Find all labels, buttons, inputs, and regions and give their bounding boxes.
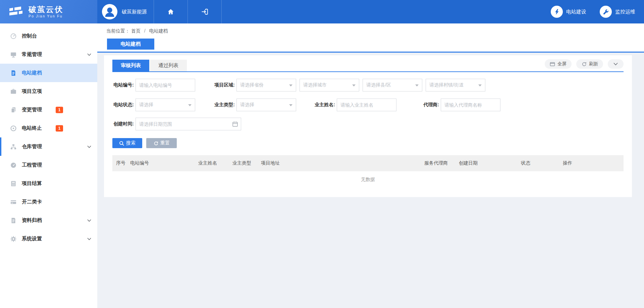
county-select-placeholder: 请选择县/区 [366,82,391,88]
file-icon [10,217,17,224]
module-station-build[interactable]: 电站建设 [551,6,586,18]
sidebar-item-label: 资料归档 [22,217,42,224]
sidebar-item-station-termination[interactable]: 电站终止 1 [0,119,97,137]
sidebar-item-label: 开二类卡 [22,199,42,205]
main-area: 当前位置： 首页 / 电站建档 电站建档 审核列表 通过列表 全屏 刷 [97,23,644,308]
sitemap-icon [10,143,17,150]
copy-icon [10,107,17,113]
owner-type-select[interactable]: 请选择 [236,99,296,111]
col-created-date: 创建日期 [459,160,521,166]
breadcrumb-bar: 当前位置： 首页 / 电站建档 电站建档 [97,23,644,53]
module-label: 监控运维 [615,9,635,15]
brand-mark-icon [9,6,24,18]
filter-row-2: 电站状态: 请选择 业主类型: 请选择 业主姓名: 代理商: [112,99,624,111]
fullscreen-label: 全屏 [557,61,567,67]
sidebar-item-warehouse-mgmt[interactable]: 仓库管理 [0,137,97,156]
owner-name-label: 业主姓名: [296,102,337,108]
sidebar-item-project-settlement[interactable]: 项目结算 [0,174,97,193]
filter-row-3: 创建时间: [112,118,624,130]
login-arrow-icon [201,8,208,15]
page-tab-station-filing[interactable]: 电站建档 [107,39,154,50]
town-select[interactable]: 请选择村镇/街道 [426,79,485,91]
fullscreen-icon [550,62,555,67]
gear-icon [10,236,17,242]
refresh-button[interactable]: 刷新 [576,59,603,69]
owner-type-placeholder: 请选择 [240,102,254,108]
sidebar-item-open-type2-card[interactable]: 开二类卡 [0,193,97,211]
user-name: 破茧新能源 [122,9,147,15]
col-actions: 操作 [563,160,624,166]
document-icon [10,70,17,76]
sidebar-item-station-filing[interactable]: 电站建档 [0,64,97,82]
station-no-label: 电站编号: [112,82,136,88]
province-select[interactable]: 请选择省份 [236,79,296,91]
sidebar-item-data-archive[interactable]: 资料归档 [0,211,97,230]
sidebar-item-label: 项目结算 [22,180,42,187]
sidebar-item-general-mgmt[interactable]: 常规管理 [0,45,97,64]
created-time-label: 创建时间: [112,121,136,127]
breadcrumb-home-link[interactable]: 首页 [131,28,141,34]
change-mgmt-badge: 1 [56,107,63,113]
sidebar-item-engineering-mgmt[interactable]: 工程管理 [0,156,97,174]
search-label: 搜索 [126,140,136,146]
user-avatar-icon [102,4,117,19]
breadcrumb-current: 电站建档 [149,28,168,34]
logout-button[interactable] [188,0,222,23]
filter-actions: 搜索 重置 [112,138,624,148]
filter-row-1: 电站编号: 项目区域: 请选择省份 请选择城市 请选择县/区 请选择村镇/街道 [112,79,624,91]
sidebar-item-label: 工程管理 [22,162,42,168]
collapse-toolbar-button[interactable] [608,59,624,69]
sidebar-item-label: 电站建档 [22,70,42,76]
sidebar-nav: 控制台 常规管理 电站建档 项目立项 变更管理 1 [0,23,97,308]
module-monitor-ops[interactable]: 监控运维 [600,6,635,18]
station-status-placeholder: 请选择 [139,102,153,108]
empty-table-message: 无数据 [112,177,624,183]
tab-passed-list[interactable]: 通过列表 [150,60,187,71]
date-range-field [136,118,241,130]
monitor-icon [10,51,17,58]
module-label: 电站建设 [566,9,586,15]
wrench-icon [600,6,612,18]
sidebar-item-change-mgmt[interactable]: 变更管理 1 [0,101,97,119]
home-icon [167,8,174,15]
agent-label: 代理商: [396,102,441,108]
briefcase-icon [10,88,17,95]
station-status-select[interactable]: 请选择 [136,99,195,111]
sidebar-item-dashboard[interactable]: 控制台 [0,27,97,45]
breadcrumb-prefix: 当前位置： [106,28,130,34]
panel-toolbar: 全屏 刷新 [545,59,624,69]
reset-icon [153,141,158,146]
search-button[interactable]: 搜索 [112,138,142,148]
city-select[interactable]: 请选择城市 [300,79,359,91]
search-icon [119,141,124,146]
reset-button[interactable]: 重置 [146,138,177,148]
sidebar-item-project-approval[interactable]: 项目立项 [0,82,97,101]
lightning-icon [551,6,563,18]
station-no-input[interactable] [136,79,195,91]
header-modules: 电站建设 监控运维 [551,0,644,23]
county-select[interactable]: 请选择县/区 [363,79,422,91]
city-select-placeholder: 请选择城市 [303,82,327,88]
owner-name-input[interactable] [337,99,396,111]
breadcrumb: 当前位置： 首页 / 电站建档 [106,28,168,34]
date-range-input[interactable] [136,118,241,130]
town-select-placeholder: 请选择村镇/街道 [429,82,464,88]
target-icon [10,125,17,132]
agent-input[interactable] [441,99,500,111]
col-owner-name: 业主姓名 [198,160,232,166]
reset-label: 重置 [160,140,170,146]
fullscreen-button[interactable]: 全屏 [545,59,572,69]
content-card: 审核列表 通过列表 全屏 刷新 [104,55,632,197]
current-user[interactable]: 破茧新能源 [97,0,154,23]
home-button[interactable] [154,0,188,23]
brand-subtitle: Po Jian Yun Fu [29,14,63,18]
region-label: 项目区域: [195,82,236,88]
sidebar-item-system-settings[interactable]: 系统设置 [0,230,97,248]
province-select-placeholder: 请选择省份 [240,82,264,88]
refresh-icon [581,61,587,67]
col-owner-type: 业主类型 [232,160,261,166]
tab-review-list[interactable]: 审核列表 [112,60,149,71]
card-icon [10,199,17,205]
sidebar-item-label: 常规管理 [22,51,42,58]
col-service-agent: 服务代理商 [424,160,459,166]
